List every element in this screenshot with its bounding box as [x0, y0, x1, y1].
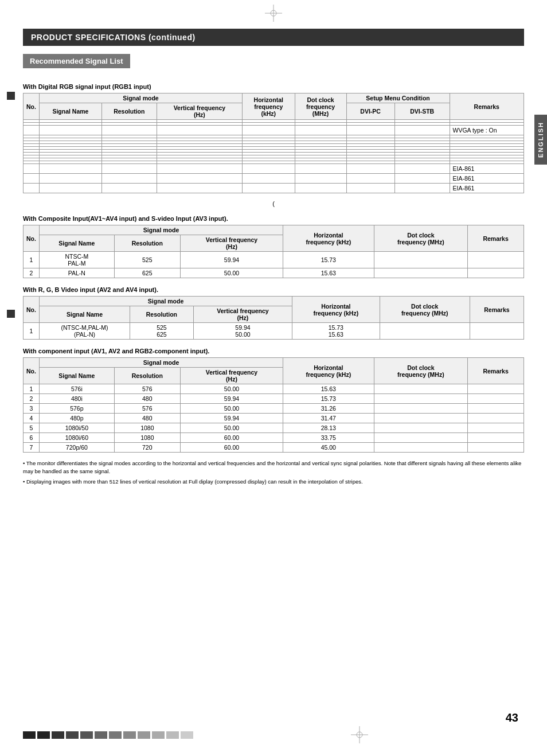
- cell-name: [40, 164, 102, 174]
- cell-no: 2: [24, 268, 40, 278]
- cell-res: 480: [114, 394, 180, 404]
- cell-hf: 15.63: [283, 384, 374, 394]
- comp-col-horiz: Horizontalfrequency (kHz): [283, 225, 374, 252]
- cell-remarks: [468, 423, 524, 433]
- col-signal-mode-group: Signal mode: [40, 93, 243, 103]
- cell-name: [40, 174, 102, 184]
- cell-name: 576i: [40, 384, 115, 394]
- cell-remarks: [468, 268, 524, 278]
- cell-remarks: [468, 404, 524, 414]
- cell-vf: [157, 184, 242, 193]
- cell-hf: 31.26: [283, 404, 374, 414]
- table-row: 2 PAL-N 625 50.00 15.63: [24, 268, 524, 278]
- table-row: EIA-861: [24, 184, 524, 193]
- bottom-bar: [23, 726, 524, 743]
- cell-name: 480p: [40, 414, 115, 423]
- rgbv-col-signal-mode: Signal mode: [40, 297, 292, 306]
- cell-name: 480i: [40, 394, 115, 404]
- cell-hf: [242, 184, 295, 193]
- cell-vf: 59.94: [180, 394, 283, 404]
- bottom-crosshair-icon: [351, 726, 368, 743]
- cell-dc: [374, 404, 468, 414]
- cell-name: PAL-N: [40, 268, 115, 278]
- cell-hf: 45.00: [283, 443, 374, 453]
- cell-remarks: [468, 414, 524, 423]
- cell-hf: 15.73: [283, 252, 374, 268]
- cell-vf: [157, 126, 242, 135]
- cell-dc: [374, 384, 468, 394]
- cell-vf: 59.94: [180, 414, 283, 423]
- comp2-col-dotclock: Dot clockfrequency (MHz): [374, 358, 468, 384]
- comp2-col-signame: Signal Name: [40, 368, 115, 384]
- cell-dc: [374, 433, 468, 443]
- col-horiz-freq: Horizontalfrequency(kHz): [242, 93, 295, 120]
- paren-note: (: [23, 200, 524, 207]
- composite-section: With Composite Input(AV1~AV4 input) and …: [23, 215, 524, 278]
- cell-hf: 33.75: [283, 433, 374, 443]
- cell-name: 1080i/60: [40, 433, 115, 443]
- digital-rgb-section: With Digital RGB signal input (RGB1 inpu…: [23, 83, 524, 207]
- cell-dc: [295, 174, 346, 184]
- cell-no: [24, 184, 40, 193]
- comp2-col-remarks: Remarks: [468, 358, 524, 384]
- cell-dvipc: [346, 126, 394, 135]
- cell-dc: [374, 423, 468, 433]
- cell-vf: 60.00: [180, 443, 283, 453]
- col-resolution: Resolution: [101, 103, 157, 120]
- cell-no: 4: [24, 414, 40, 423]
- cell-dc: [374, 443, 468, 453]
- cell-vf: 50.00: [180, 423, 283, 433]
- table-row: 5 1080i/50 1080 50.00 28.13: [24, 423, 524, 433]
- rgbv-col-res: Resolution: [130, 306, 194, 323]
- cell-dvipc: [346, 174, 394, 184]
- cell-res: 720: [114, 443, 180, 453]
- cell-hf: [242, 126, 295, 135]
- cell-dc: [374, 268, 468, 278]
- cell-remarks: [468, 433, 524, 443]
- col-vert-freq: Vertical frequency(Hz): [157, 103, 242, 120]
- cell-no: [24, 164, 40, 174]
- cell-res: 576: [114, 384, 180, 394]
- component-table: No. Signal mode Horizontalfrequency (kHz…: [23, 357, 524, 453]
- cell-dvipc: [346, 164, 394, 174]
- top-crosshair-icon: [265, 5, 282, 22]
- cell-remarks: [468, 252, 524, 268]
- comp-col-vf: Vertical frequency(Hz): [180, 235, 283, 252]
- cell-res: 525625: [130, 323, 194, 340]
- cell-hf: 15.7315.63: [292, 323, 380, 340]
- cell-name: [40, 126, 102, 135]
- cell-dc: [374, 394, 468, 404]
- section-heading: Recommended Signal List: [23, 54, 130, 68]
- cell-vf: 50.00: [180, 384, 283, 394]
- cell-dc: [295, 164, 346, 174]
- component-title: With component input (AV1, AV2 and RGB2-…: [23, 348, 524, 354]
- table-row: 3 576p 576 50.00 31.26: [24, 404, 524, 414]
- cell-hf: 15.63: [283, 268, 374, 278]
- table-row: 1 576i 576 50.00 15.63: [24, 384, 524, 394]
- page-number: 43: [506, 711, 518, 724]
- cell-res: [101, 184, 157, 193]
- digital-rgb-table: No. Signal mode Horizontalfrequency(kHz)…: [23, 93, 524, 193]
- cell-no: 1: [24, 252, 40, 268]
- col-signal-name: Signal Name: [40, 103, 102, 120]
- cell-res: [101, 164, 157, 174]
- cell-dc: [374, 414, 468, 423]
- cell-remarks: [468, 394, 524, 404]
- col-remarks-drgb: Remarks: [450, 93, 523, 120]
- cell-vf: 59.9450.00: [193, 323, 292, 340]
- footnotes: • The monitor differentiates the signal …: [23, 459, 524, 486]
- cell-name: (NTSC-M,PAL-M)(PAL-N): [40, 323, 130, 340]
- cell-hf: 31.47: [283, 414, 374, 423]
- left-mark-mid: [7, 310, 15, 318]
- comp2-col-vf: Vertical frequency(Hz): [180, 368, 283, 384]
- table-row: 2 480i 480 59.94 15.73: [24, 394, 524, 404]
- cell-dc: [295, 184, 346, 193]
- rgb-video-section: With R, G, B Video input (AV2 and AV4 in…: [23, 286, 524, 340]
- cell-name: 576p: [40, 404, 115, 414]
- table-row: 6 1080i/60 1080 60.00 33.75: [24, 433, 524, 443]
- rgbv-col-no: No.: [24, 297, 40, 323]
- english-tab: ENGLISH: [534, 115, 547, 165]
- cell-no: 7: [24, 443, 40, 453]
- cell-dc: [380, 323, 470, 340]
- cell-hf: [242, 174, 295, 184]
